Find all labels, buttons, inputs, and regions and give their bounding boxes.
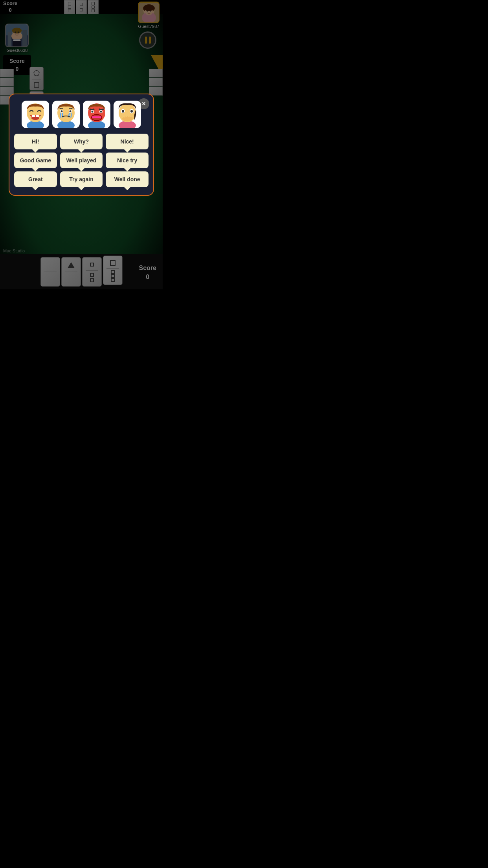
emoji-laugh-svg xyxy=(22,101,49,128)
modal-overlay[interactable]: × xyxy=(0,0,163,289)
chat-btn-great[interactable]: Great xyxy=(14,171,57,187)
chat-btn-well-played[interactable]: Well played xyxy=(60,153,103,168)
emoji-laughing[interactable] xyxy=(22,101,49,128)
emoji-crying[interactable] xyxy=(52,101,80,128)
close-icon: × xyxy=(142,100,145,107)
chat-btn-good-game[interactable]: Good Game xyxy=(14,153,57,168)
emoji-cry-svg xyxy=(53,101,79,128)
chat-btn-try-again[interactable]: Try again xyxy=(60,171,103,187)
chat-btn-hi[interactable]: Hi! xyxy=(14,134,57,149)
chat-btn-nice[interactable]: Nice! xyxy=(106,134,149,149)
emoji-shocked-svg xyxy=(114,101,141,128)
chat-buttons-grid: Hi! Why? Nice! Good Game Well played Nic… xyxy=(14,134,149,187)
svg-point-32 xyxy=(70,110,72,112)
chat-btn-well-done[interactable]: Well done xyxy=(106,171,149,187)
emoji-angry-svg xyxy=(83,101,110,128)
svg-point-30 xyxy=(61,110,63,112)
svg-point-39 xyxy=(100,111,102,113)
svg-rect-25 xyxy=(36,115,39,117)
svg-point-49 xyxy=(130,110,133,113)
svg-point-23 xyxy=(31,117,39,120)
emoji-angry[interactable] xyxy=(83,101,110,128)
emoji-row xyxy=(14,101,149,128)
chat-btn-why[interactable]: Why? xyxy=(60,134,103,149)
chat-modal: × xyxy=(9,94,154,196)
emoji-shocked[interactable] xyxy=(114,101,141,128)
svg-rect-24 xyxy=(32,115,35,117)
chat-btn-nice-try[interactable]: Nice try xyxy=(106,153,149,168)
svg-rect-42 xyxy=(92,116,101,118)
svg-point-37 xyxy=(92,111,94,113)
svg-point-47 xyxy=(122,110,124,113)
